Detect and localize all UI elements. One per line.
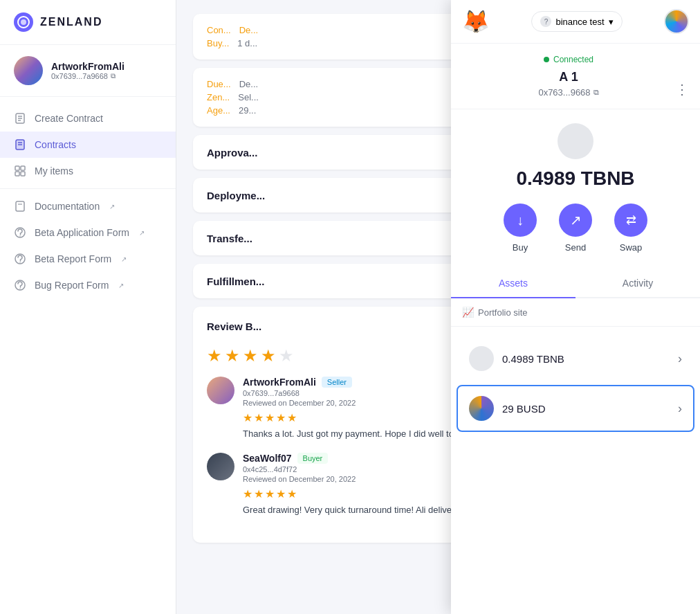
time-ago: 1 d... — [237, 38, 257, 48]
mm-asset-tbnb[interactable]: 0.4989 TBNB › — [457, 335, 694, 382]
seller-badge: Seller — [322, 377, 352, 388]
metamask-popup: 🦊 ? binance test ▾ Connected A 1 0x763..… — [451, 0, 700, 614]
mm-send-label: Send — [565, 242, 586, 253]
mm-header-avatar[interactable] — [664, 9, 689, 34]
mm-tab-assets[interactable]: Assets — [451, 269, 575, 298]
mm-actions: ↓ Buy ↗ Send ⇄ Swap — [504, 204, 647, 253]
age-label: Age... — [207, 105, 230, 116]
deployed-label: De... — [239, 25, 258, 35]
mm-buy-icon: ↓ — [517, 213, 524, 228]
svg-point-21 — [19, 288, 20, 289]
mm-asset-busd-chevron-icon: › — [678, 401, 682, 416]
mm-balance: 0.4989 TBNB — [516, 168, 634, 190]
transfer-title: Transfe... — [207, 233, 252, 244]
external-link-icon-bug-report: ↗ — [118, 282, 124, 289]
avatar — [14, 56, 43, 85]
mm-swap-action[interactable]: ⇄ Swap — [614, 204, 647, 253]
fulfillment-title: Fulfillmen... — [207, 276, 264, 287]
mm-portfolio-link[interactable]: 📈 Portfolio site — [451, 298, 700, 327]
mm-tab-activity[interactable]: Activity — [575, 269, 700, 297]
mm-send-icon: ↗ — [570, 212, 582, 228]
nav-item-documentation[interactable]: Documentation ↗ — [0, 193, 176, 219]
mm-send-action[interactable]: ↗ Send — [559, 204, 592, 253]
metamask-fox-icon: 🦊 — [462, 8, 490, 35]
mm-portfolio-chart-icon: 📈 — [462, 307, 474, 318]
nav-item-beta-application-form[interactable]: Beta Application Form ↗ — [0, 219, 176, 246]
due-label: Due... — [207, 79, 231, 89]
review-title: Review B... — [207, 320, 261, 332]
svg-rect-14 — [16, 201, 24, 211]
mm-account-section: Connected A 1 0x763...9668 ⧉ ⋮ — [451, 44, 700, 109]
mm-copy-address-icon[interactable]: ⧉ — [593, 88, 599, 97]
nav-label-documentation: Documentation — [35, 201, 100, 212]
deployment-title: Deployme... — [207, 190, 265, 201]
svg-rect-11 — [21, 166, 25, 170]
mm-network-name: binance test — [555, 17, 604, 27]
nav-label-beta-application-form: Beta Application Form — [35, 227, 129, 238]
copy-address-icon[interactable]: ⧉ — [111, 72, 116, 80]
mm-asset-tbnb-name: 0.4989 TBNB — [502, 353, 564, 365]
mm-assets-list: 0.4989 TBNB › 29 BUSD › — [451, 327, 700, 614]
approval-title: Approva... — [207, 147, 257, 159]
sidebar: ZENLAND ArtworkFromAli 0x7639...7a9668 ⧉… — [0, 0, 176, 614]
nav-label-bug-report-form: Bug Report Form — [35, 280, 109, 291]
external-link-icon-beta-report: ↗ — [121, 255, 127, 263]
nav-item-beta-report-form[interactable]: Beta Report Form ↗ — [0, 246, 176, 272]
reviewer-avatar-sea — [207, 453, 234, 480]
mm-asset-busd[interactable]: 29 BUSD › — [457, 385, 694, 432]
buy-label: Buy... — [207, 38, 229, 48]
logo-icon — [14, 12, 33, 32]
nav-label-contracts: Contracts — [35, 139, 76, 150]
nav-item-my-items[interactable]: My items — [0, 158, 176, 184]
app-name: ZENLAND — [40, 16, 102, 28]
mm-account-name: A 1 — [559, 70, 578, 84]
create-contract-icon — [14, 112, 26, 125]
mm-more-options-icon[interactable]: ⋮ — [675, 81, 689, 98]
nav-item-bug-report-form[interactable]: Bug Report Form ↗ — [0, 272, 176, 298]
beta-application-icon — [14, 226, 26, 239]
mm-header: 🦊 ? binance test ▾ — [451, 0, 700, 44]
nav-item-contracts[interactable]: Contracts — [0, 132, 176, 158]
contracts-icon — [14, 138, 26, 151]
star-1: ★ — [207, 346, 222, 365]
svg-rect-12 — [15, 172, 19, 176]
sidebar-user: ArtworkFromAli 0x7639...7a9668 ⧉ — [0, 45, 176, 97]
user-name: ArtworkFromAli — [51, 61, 125, 72]
svg-rect-13 — [21, 172, 25, 176]
star-4: ★ — [261, 346, 276, 365]
mm-balance-section: 0.4989 TBNB ↓ Buy ↗ Send ⇄ Swap — [451, 109, 700, 269]
mm-send-button[interactable]: ↗ — [559, 204, 592, 237]
mm-account-avatar — [558, 123, 593, 159]
mm-connected-badge: Connected — [544, 55, 593, 64]
mm-asset-tbnb-chevron-icon: › — [678, 352, 682, 366]
star-3: ★ — [243, 346, 258, 365]
svg-point-17 — [19, 235, 20, 236]
svg-point-1 — [21, 19, 26, 25]
mm-swap-button[interactable]: ⇄ — [614, 204, 647, 237]
nav-label-beta-report-form: Beta Report Form — [35, 253, 111, 264]
network-question-icon: ? — [540, 16, 551, 27]
mm-tabs: Assets Activity — [451, 269, 700, 298]
mm-swap-label: Swap — [620, 242, 643, 253]
star-2: ★ — [225, 346, 240, 365]
nav-item-create-contract[interactable]: Create Contract — [0, 105, 176, 132]
external-link-icon-documentation: ↗ — [109, 203, 115, 210]
mm-buy-button[interactable]: ↓ — [504, 204, 537, 237]
mm-network-selector[interactable]: ? binance test ▾ — [531, 11, 622, 32]
external-link-icon-beta-form: ↗ — [139, 229, 145, 237]
mm-asset-busd-icon — [469, 396, 494, 421]
zen-label: Zen... — [207, 92, 230, 102]
reviewer-avatar-ali — [207, 377, 234, 404]
documentation-icon — [14, 200, 26, 213]
nav-label-create-contract: Create Contract — [35, 113, 103, 124]
mm-address: 0x763...9668 ⧉ — [538, 87, 598, 98]
buyer-badge: Buyer — [297, 453, 329, 464]
mm-asset-busd-left: 29 BUSD — [469, 396, 546, 421]
svg-point-19 — [19, 262, 20, 262]
star-5-empty: ★ — [279, 346, 294, 365]
svg-rect-10 — [15, 166, 19, 170]
beta-report-icon — [14, 253, 26, 265]
mm-asset-tbnb-icon — [469, 346, 494, 371]
mm-buy-action[interactable]: ↓ Buy — [504, 204, 537, 253]
mm-swap-icon: ⇄ — [626, 213, 636, 228]
